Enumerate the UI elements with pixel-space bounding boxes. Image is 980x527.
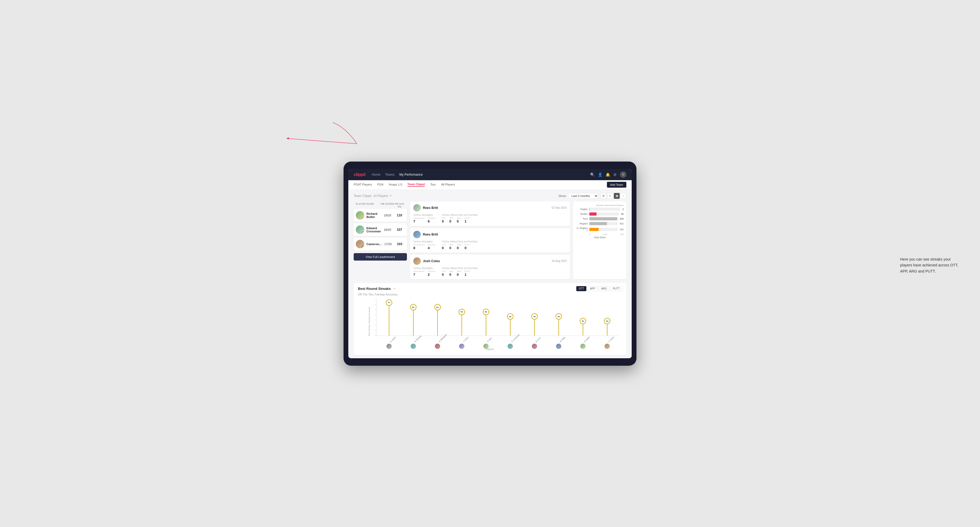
team-title: Team Clippd 14 Players — [354, 194, 388, 198]
streak-label-ford: B. Ford — [535, 337, 541, 342]
app-logo: clippd — [354, 172, 365, 177]
player-pb-3: 17/20 — [382, 243, 395, 246]
player-row-2[interactable]: 2 Edward Crossman 18/20 107 — [354, 223, 407, 236]
y-axis-ticks: 7 6 5 4 3 2 1 0 — [372, 298, 376, 336]
card-name-3: Josh Coles — [423, 259, 552, 263]
bar-track-dbogeys — [589, 228, 617, 231]
filter-arg[interactable]: ARG — [599, 286, 609, 291]
card-name-1: Rees Britt — [423, 206, 552, 210]
filter-ott[interactable]: OTT — [576, 286, 586, 291]
x-label-0: 0 — [589, 233, 590, 236]
bar-track-eagles — [589, 208, 620, 211]
streak-label-coles: J. Coles — [463, 337, 469, 343]
streak-bar-billingham: 6x — [437, 308, 438, 335]
streaks-section: Best Round Streaks ← OTT APP ARG PUTT Of… — [354, 283, 626, 355]
subnav-tour[interactable]: Tour — [430, 183, 436, 187]
subnav-hcaps[interactable]: Hcaps 1-5 — [389, 183, 402, 187]
bar-value-birdies: 96 — [621, 213, 624, 215]
nav-teams[interactable]: Teams — [385, 173, 395, 176]
card-stats-2: Total Rounds Tournament 8 Practice 4 — [413, 240, 567, 250]
rank-badge-1: 1 — [361, 216, 364, 220]
bar-fill-bogeys — [589, 222, 607, 225]
bell-icon[interactable]: 🔔 — [606, 173, 610, 177]
settings-icon[interactable]: ⚙ — [613, 173, 617, 177]
streak-bubble-ford: 4x — [531, 313, 538, 320]
streak-label-mcharg: B. McHarg — [414, 335, 422, 342]
streak-col-miller: 4x M. Miller — [558, 298, 559, 336]
rank-badge-3: 3 — [361, 245, 364, 248]
bar-label-eagles: Eagles — [576, 208, 588, 211]
bar-row-pars: Pars 499 — [576, 217, 624, 221]
tablet-screen: clippd Home Teams My Performance 🔍 👤 🔔 ⚙… — [348, 169, 632, 358]
edit-icon[interactable]: ✏ — [390, 194, 392, 197]
nav-home[interactable]: Home — [372, 173, 380, 176]
player-pb-2: 18/20 — [381, 228, 394, 231]
filter-app[interactable]: APP — [587, 286, 598, 291]
player-avg-2: 107 — [394, 228, 405, 232]
view-leaderboard-button[interactable]: View Full Leaderboard — [354, 253, 407, 260]
user-icon[interactable]: 👤 — [598, 173, 602, 177]
card-date-1: 02 Sep 2023 — [552, 206, 567, 209]
streak-col-billingham: 6x D. Billingham — [437, 298, 438, 336]
streaks-title: Best Round Streaks — [358, 287, 391, 290]
card-avatar-3 — [413, 257, 421, 265]
player-name-3: Cameron... — [366, 243, 382, 246]
streak-bar-quick: 3x — [607, 322, 608, 335]
streak-avatar-quick — [605, 344, 610, 349]
streak-bubble-butler: 3x — [580, 318, 586, 324]
bar-row-dbogeys: D. Bogeys + 131 — [576, 227, 624, 232]
streak-bubble-britt: 5x — [483, 309, 489, 315]
x-label-200: 200 — [603, 233, 607, 236]
bar-fill-eagles — [589, 208, 590, 211]
bar-track-birdies — [589, 213, 619, 216]
player-card-1: Rees Britt 02 Sep 2023 Total Rounds Tour… — [410, 202, 570, 226]
player-card-3: Josh Coles 26 Aug 2023 Total Rounds Tour… — [410, 255, 570, 279]
streak-bar-coles: 5x — [461, 313, 462, 336]
ott-val-1: 0 — [442, 219, 446, 223]
bar-row-birdies: Birdies 96 — [576, 213, 624, 216]
bar-value-dbogeys: 131 — [620, 228, 624, 231]
grid-view-icon[interactable]: ⊞ — [600, 193, 606, 199]
subnav-pga[interactable]: PGA — [377, 183, 383, 187]
card-name-2: Rees Britt — [423, 233, 567, 237]
rounds-sub-row-1: Tournament 7 Practice 6 — [413, 217, 435, 223]
bar-value-eagles: 3 — [622, 208, 624, 211]
streak-col-mcharg: 6x B. McHarg — [413, 298, 414, 336]
filter-putt[interactable]: PUTT — [610, 286, 622, 291]
streak-label-crossman: E. Crossman — [511, 333, 520, 343]
streak-bar-ewart: 7x — [389, 303, 389, 336]
col-pb-avg: PB AVG SQ — [394, 203, 405, 208]
subnav-all-players[interactable]: All Players — [441, 183, 455, 187]
bar-label-pars: Pars — [576, 217, 588, 220]
app-val-1: 0 — [449, 219, 453, 223]
player-row-1[interactable]: 1 Richard Butler 19/20 110 — [354, 209, 407, 222]
card-stats-1: Total Rounds Tournament 7 Practice 6 — [413, 214, 567, 223]
streak-avatar-billingham — [435, 344, 440, 349]
tournament-val-1: 7 — [413, 219, 425, 223]
streak-bubble-billingham: 6x — [434, 304, 441, 310]
player-card-2: Rees Britt Total Rounds Tournament 8 — [410, 228, 570, 252]
arg-val-1: 0 — [457, 219, 461, 223]
card-view-icon[interactable]: ▦ — [614, 193, 620, 199]
subnav-team-clippd[interactable]: Team Clippd — [407, 183, 425, 187]
search-icon[interactable]: 🔍 — [590, 173, 595, 177]
streak-col-britt: 5x R. Britt — [486, 298, 486, 336]
player-row-3[interactable]: 3 Cameron... 17/20 103 — [354, 238, 407, 251]
y-axis-label: Best Streak, Fairway Accuracy — [368, 314, 371, 336]
streak-avatar-butler — [580, 344, 585, 349]
user-avatar[interactable]: U — [620, 171, 626, 178]
bar-value-pars: 499 — [620, 217, 624, 220]
streak-col-butler: 3x R. Butler — [583, 298, 583, 336]
nav-my-performance[interactable]: My Performance — [399, 173, 423, 176]
subnav-pgat[interactable]: PGAT Players — [354, 183, 372, 187]
time-range-select[interactable]: Last 3 months Last 6 months Last 12 mont… — [568, 193, 598, 199]
bar-chart: Eagles 3 Birdies 96 — [576, 208, 624, 232]
table-view-icon[interactable]: ↕ — [620, 193, 626, 199]
card-header-2: Rees Britt — [413, 231, 567, 238]
activities-sub-row-1: OTT 0 APP 0 ARG 0 — [442, 217, 477, 223]
add-team-button[interactable]: Add Team — [607, 182, 626, 187]
streak-col-ewart: 7x E. Ewart — [389, 298, 389, 336]
streak-bubble-mcharg: 6x — [410, 304, 417, 310]
streak-bar-ford: 4x — [534, 317, 535, 336]
list-view-icon[interactable]: ≡ — [607, 193, 613, 199]
